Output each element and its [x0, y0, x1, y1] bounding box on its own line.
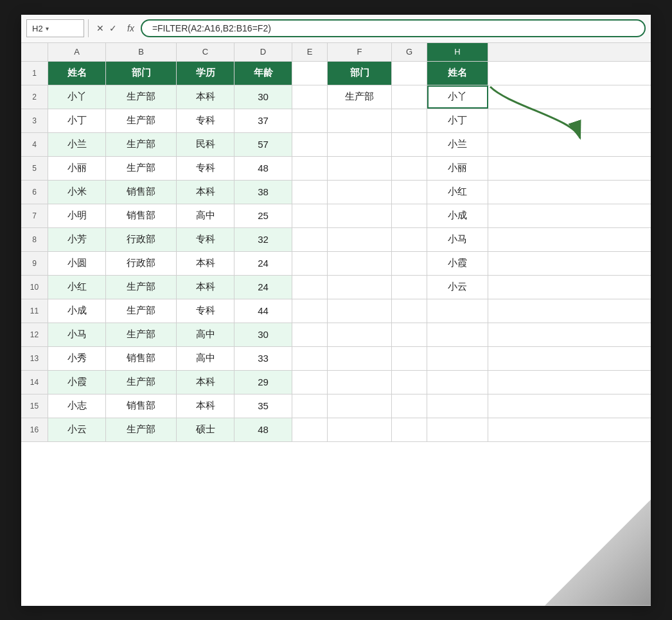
cell-f-7[interactable] — [328, 204, 392, 227]
cell-e-15[interactable] — [292, 394, 328, 418]
cell-h-14[interactable] — [427, 371, 488, 394]
cell-b-3[interactable]: 生产部 — [106, 109, 177, 132]
col-header-d[interactable]: D — [234, 43, 292, 61]
cell-d-8[interactable]: 32 — [234, 228, 292, 251]
cell-e-10[interactable] — [292, 276, 328, 299]
cell-g-5[interactable] — [392, 157, 427, 180]
cell-b-4[interactable]: 生产部 — [106, 133, 177, 156]
cell-f-14[interactable] — [328, 371, 392, 394]
cell-g-1[interactable] — [392, 62, 427, 85]
cell-f-3[interactable] — [328, 109, 392, 132]
cell-a-7[interactable]: 小明 — [48, 204, 106, 227]
cell-b-9[interactable]: 行政部 — [106, 252, 177, 275]
cell-h-2[interactable]: 小丫 — [427, 85, 488, 109]
cell-g-6[interactable] — [392, 181, 427, 204]
cell-b-11[interactable]: 生产部 — [106, 299, 177, 323]
col-header-b[interactable]: B — [106, 43, 177, 61]
cell-c-12[interactable]: 高中 — [177, 323, 234, 346]
cell-g-7[interactable] — [392, 204, 427, 227]
cell-g-12[interactable] — [392, 323, 427, 346]
cell-a-10[interactable]: 小红 — [48, 276, 106, 299]
col-header-h[interactable]: H — [427, 43, 488, 61]
cell-f-5[interactable] — [328, 157, 392, 180]
cell-c-10[interactable]: 本科 — [177, 276, 234, 299]
cell-a-16[interactable]: 小云 — [48, 418, 106, 441]
cell-b-5[interactable]: 生产部 — [106, 157, 177, 180]
cell-g-3[interactable] — [392, 109, 427, 132]
cell-h-9[interactable]: 小霞 — [427, 252, 488, 275]
cell-e-5[interactable] — [292, 157, 328, 180]
cell-e-14[interactable] — [292, 371, 328, 394]
cell-d-7[interactable]: 25 — [234, 204, 292, 227]
cell-a-3[interactable]: 小丁 — [48, 109, 106, 132]
cell-g-14[interactable] — [392, 371, 427, 394]
cell-h-13[interactable] — [427, 347, 488, 370]
cell-e-11[interactable] — [292, 299, 328, 323]
cell-f-4[interactable] — [328, 133, 392, 156]
cell-a-12[interactable]: 小马 — [48, 323, 106, 346]
cell-g-11[interactable] — [392, 299, 427, 323]
cell-a-1[interactable]: 姓名 — [48, 62, 106, 85]
cell-a-15[interactable]: 小志 — [48, 394, 106, 418]
col-header-e[interactable]: E — [292, 43, 328, 61]
cell-h-16[interactable] — [427, 418, 488, 441]
cell-c-1[interactable]: 学历 — [177, 62, 234, 85]
cell-reference-box[interactable]: H2 ▾ — [26, 19, 84, 37]
cell-e-12[interactable] — [292, 323, 328, 346]
cell-d-9[interactable]: 24 — [234, 252, 292, 275]
cell-h-8[interactable]: 小马 — [427, 228, 488, 251]
cell-a-11[interactable]: 小成 — [48, 299, 106, 323]
cell-c-2[interactable]: 本科 — [177, 85, 234, 109]
cell-c-14[interactable]: 本科 — [177, 371, 234, 394]
col-header-a[interactable]: A — [48, 43, 106, 61]
cell-b-2[interactable]: 生产部 — [106, 85, 177, 109]
cell-g-10[interactable] — [392, 276, 427, 299]
cell-d-2[interactable]: 30 — [234, 85, 292, 109]
cell-h-15[interactable] — [427, 394, 488, 418]
cell-f-2[interactable]: 生产部 — [328, 85, 392, 109]
cell-b-15[interactable]: 销售部 — [106, 394, 177, 418]
cell-h-6[interactable]: 小红 — [427, 181, 488, 204]
cell-d-1[interactable]: 年龄 — [234, 62, 292, 85]
cell-e-2[interactable] — [292, 85, 328, 109]
cell-f-13[interactable] — [328, 347, 392, 370]
cell-a-14[interactable]: 小霞 — [48, 371, 106, 394]
cell-b-8[interactable]: 行政部 — [106, 228, 177, 251]
cell-h-11[interactable] — [427, 299, 488, 323]
cell-d-10[interactable]: 24 — [234, 276, 292, 299]
cell-h-4[interactable]: 小兰 — [427, 133, 488, 156]
cell-g-4[interactable] — [392, 133, 427, 156]
cell-e-8[interactable] — [292, 228, 328, 251]
cell-d-6[interactable]: 38 — [234, 181, 292, 204]
cell-c-9[interactable]: 本科 — [177, 252, 234, 275]
cell-b-12[interactable]: 生产部 — [106, 323, 177, 346]
cell-b-6[interactable]: 销售部 — [106, 181, 177, 204]
cell-c-3[interactable]: 专科 — [177, 109, 234, 132]
cell-h-5[interactable]: 小丽 — [427, 157, 488, 180]
cell-c-5[interactable]: 专科 — [177, 157, 234, 180]
col-header-c[interactable]: C — [177, 43, 234, 61]
cell-e-4[interactable] — [292, 133, 328, 156]
cell-a-5[interactable]: 小丽 — [48, 157, 106, 180]
cell-h-10[interactable]: 小云 — [427, 276, 488, 299]
formula-input[interactable] — [141, 19, 646, 37]
cell-f-11[interactable] — [328, 299, 392, 323]
cell-g-2[interactable] — [392, 85, 427, 109]
cell-c-16[interactable]: 硕士 — [177, 418, 234, 441]
cell-e-7[interactable] — [292, 204, 328, 227]
cell-b-10[interactable]: 生产部 — [106, 276, 177, 299]
cell-c-7[interactable]: 高中 — [177, 204, 234, 227]
cell-a-6[interactable]: 小米 — [48, 181, 106, 204]
cell-h-1[interactable]: 姓名 — [427, 62, 488, 85]
cell-b-14[interactable]: 生产部 — [106, 371, 177, 394]
cell-d-16[interactable]: 48 — [234, 418, 292, 441]
cell-a-4[interactable]: 小兰 — [48, 133, 106, 156]
cell-f-8[interactable] — [328, 228, 392, 251]
cell-e-3[interactable] — [292, 109, 328, 132]
cell-f-6[interactable] — [328, 181, 392, 204]
cell-f-9[interactable] — [328, 252, 392, 275]
cell-g-8[interactable] — [392, 228, 427, 251]
cell-f-16[interactable] — [328, 418, 392, 441]
cell-d-4[interactable]: 57 — [234, 133, 292, 156]
cell-d-12[interactable]: 30 — [234, 323, 292, 346]
